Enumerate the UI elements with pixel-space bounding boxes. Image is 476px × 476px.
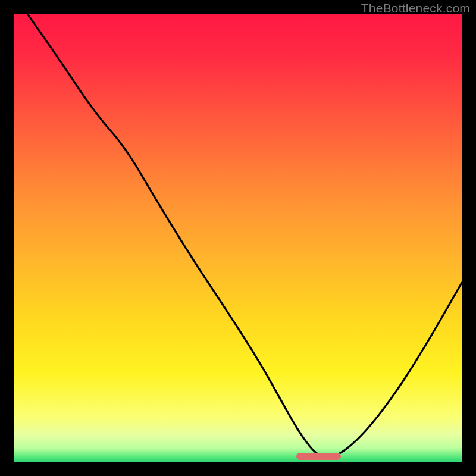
plot-area <box>14 14 462 462</box>
watermark-text: TheBottleneck.com <box>361 1 470 15</box>
optimal-range-marker <box>296 453 341 460</box>
bottleneck-curve <box>14 14 462 462</box>
outer-frame: TheBottleneck.com <box>0 0 476 476</box>
